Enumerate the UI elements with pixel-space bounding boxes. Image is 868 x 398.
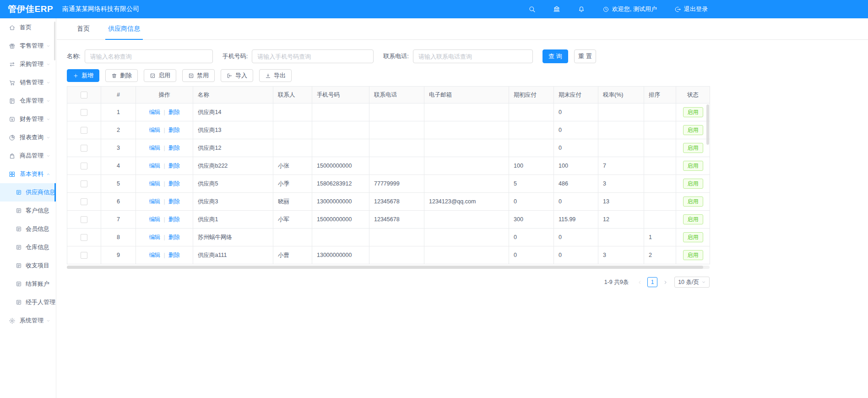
sidebar-item-9[interactable]: 系统管理 bbox=[0, 311, 56, 330]
sidebar-subitem-6[interactable]: 经手人管理 bbox=[0, 293, 56, 311]
sidebar-subitem-2[interactable]: 会员信息 bbox=[0, 220, 56, 238]
content: 名称:手机号码:联系电话:查 询重 置 新增删除启用禁用导入导出 #操作名称联系… bbox=[57, 49, 868, 288]
bank-icon[interactable] bbox=[553, 5, 560, 13]
sidebar-item-0[interactable]: 首页 bbox=[0, 18, 56, 37]
row-checkbox[interactable] bbox=[81, 145, 87, 152]
search-icon[interactable] bbox=[528, 5, 536, 13]
next-page-button[interactable] bbox=[660, 277, 670, 287]
edit-link[interactable]: 编辑 bbox=[149, 198, 160, 205]
row-index: 8 bbox=[101, 229, 136, 246]
column-header-phone: 联系电话 bbox=[369, 87, 424, 104]
cell-begin_payable bbox=[509, 121, 554, 139]
delete-link[interactable]: 删除 bbox=[168, 216, 180, 223]
logout-button[interactable]: 退出登录 bbox=[674, 5, 708, 13]
export-button[interactable]: 导出 bbox=[259, 69, 292, 82]
disable-button[interactable]: 禁用 bbox=[182, 69, 215, 82]
column-header-name: 名称 bbox=[193, 87, 273, 104]
horizontal-scrollbar[interactable] bbox=[67, 266, 703, 269]
delete-link[interactable]: 删除 bbox=[168, 198, 180, 205]
edit-link[interactable]: 编辑 bbox=[149, 163, 160, 169]
tab-1[interactable]: 供应商信息 bbox=[99, 18, 149, 39]
cell-begin_payable: 5 bbox=[509, 175, 554, 193]
search-input-0[interactable] bbox=[85, 49, 213, 63]
sidebar-item-4[interactable]: 仓库管理 bbox=[0, 92, 56, 110]
edit-link[interactable]: 编辑 bbox=[149, 216, 160, 223]
header-icon-group bbox=[511, 5, 585, 13]
sidebar-subitem-3[interactable]: 仓库信息 bbox=[0, 238, 56, 256]
action-separator: | bbox=[163, 109, 165, 115]
row-actions: 编辑|删除 bbox=[136, 157, 193, 175]
edit-link[interactable]: 编辑 bbox=[149, 109, 160, 115]
prev-page-button[interactable] bbox=[635, 277, 645, 287]
cell-begin_payable: 100 bbox=[509, 157, 554, 175]
row-checkbox[interactable] bbox=[81, 180, 87, 187]
toolbar-button-label: 导出 bbox=[274, 71, 286, 80]
delete-link[interactable]: 删除 bbox=[168, 127, 180, 133]
edit-link[interactable]: 编辑 bbox=[149, 180, 160, 187]
edit-link[interactable]: 编辑 bbox=[149, 127, 160, 133]
enable-button[interactable]: 启用 bbox=[144, 69, 176, 82]
row-checkbox[interactable] bbox=[81, 198, 87, 205]
sidebar-subitem-1[interactable]: 客户信息 bbox=[0, 202, 56, 220]
cell-sort bbox=[644, 121, 676, 139]
reset-button[interactable]: 重 置 bbox=[574, 49, 596, 63]
row-checkbox[interactable] bbox=[81, 252, 87, 259]
row-checkbox[interactable] bbox=[81, 216, 87, 223]
delete-link[interactable]: 删除 bbox=[168, 109, 180, 115]
row-checkbox[interactable] bbox=[81, 234, 87, 241]
edit-link[interactable]: 编辑 bbox=[149, 252, 160, 258]
tab-0[interactable]: 首页 bbox=[68, 18, 99, 39]
row-checkbox[interactable] bbox=[81, 163, 87, 169]
cart-icon bbox=[9, 79, 16, 86]
delete-link[interactable]: 删除 bbox=[168, 145, 180, 151]
cell-email bbox=[424, 229, 509, 246]
sidebar-item-5[interactable]: 财务管理 bbox=[0, 110, 56, 128]
sidebar-item-7[interactable]: 商品管理 bbox=[0, 147, 56, 165]
add-button[interactable]: 新增 bbox=[67, 69, 99, 82]
sidebar-subitem-5[interactable]: 结算账户 bbox=[0, 275, 56, 293]
delete-link[interactable]: 删除 bbox=[168, 180, 180, 187]
welcome-user[interactable]: 欢迎您, 测试用户 bbox=[602, 5, 657, 13]
cell-begin_payable: 0 bbox=[509, 193, 554, 211]
gift-icon bbox=[9, 43, 16, 49]
search-field-1: 手机号码: bbox=[222, 49, 374, 63]
vertical-scrollbar[interactable] bbox=[706, 104, 709, 145]
cell-end_payable: 0 bbox=[554, 121, 598, 139]
edit-link[interactable]: 编辑 bbox=[149, 145, 160, 151]
toolbar-button-label: 启用 bbox=[158, 71, 170, 80]
page-number-button[interactable]: 1 bbox=[647, 277, 657, 287]
top-header: 管伊佳ERP 南通某某网络科技有限公司 欢迎您, 测试用户 退出登录 bbox=[0, 0, 868, 18]
toolbar-button-label: 导入 bbox=[235, 71, 247, 80]
chevron-right-icon bbox=[663, 280, 668, 285]
plus-icon bbox=[73, 73, 79, 79]
delete-link[interactable]: 删除 bbox=[168, 252, 180, 258]
cell-begin_payable: 0 bbox=[509, 229, 554, 246]
column-header-email: 电子邮箱 bbox=[424, 87, 509, 104]
column-header-sort: 排序 bbox=[644, 87, 676, 104]
import-button[interactable]: 导入 bbox=[221, 69, 253, 82]
sidebar-item-1[interactable]: 零售管理 bbox=[0, 37, 56, 55]
bell-icon[interactable] bbox=[578, 5, 585, 13]
delete-button[interactable]: 删除 bbox=[105, 69, 138, 82]
sidebar-subitem-4[interactable]: 收支项目 bbox=[0, 256, 56, 275]
page-size-select[interactable]: 10 条/页 bbox=[674, 277, 710, 288]
row-select-cell bbox=[67, 211, 101, 229]
chevron-down-icon bbox=[46, 154, 50, 158]
query-button[interactable]: 查 询 bbox=[542, 49, 568, 63]
cell-email bbox=[424, 104, 509, 121]
sidebar-item-3[interactable]: 销售管理 bbox=[0, 73, 56, 92]
sidebar-item-6[interactable]: 报表查询 bbox=[0, 128, 56, 147]
edit-link[interactable]: 编辑 bbox=[149, 234, 160, 240]
search-input-2[interactable] bbox=[413, 49, 533, 63]
row-checkbox[interactable] bbox=[81, 127, 87, 134]
sidebar-item-2[interactable]: 采购管理 bbox=[0, 55, 56, 73]
row-actions: 编辑|删除 bbox=[136, 246, 193, 264]
delete-link[interactable]: 删除 bbox=[168, 163, 180, 169]
delete-link[interactable]: 删除 bbox=[168, 234, 180, 240]
sidebar-item-8[interactable]: 基本资料 bbox=[0, 165, 56, 183]
search-input-1[interactable] bbox=[252, 49, 374, 63]
sidebar-subitem-0[interactable]: 供应商信息 bbox=[0, 183, 56, 202]
sidebar-scrollbar[interactable] bbox=[54, 22, 55, 60]
row-checkbox[interactable] bbox=[81, 109, 87, 116]
select-all-checkbox[interactable] bbox=[81, 92, 87, 98]
